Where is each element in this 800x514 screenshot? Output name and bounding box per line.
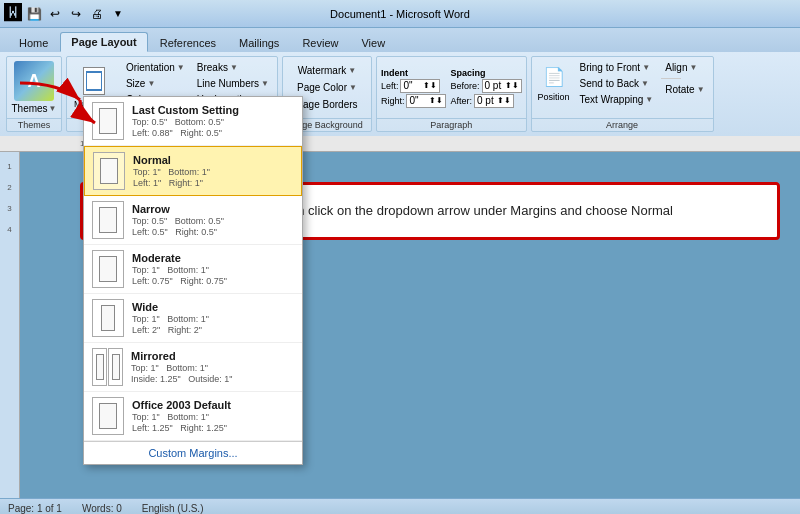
title-bar: 🆆 💾 ↩ ↪ 🖨 ▼ Document1 - Microsoft Word [0,0,800,28]
align-label: Align [665,62,687,73]
margin-item-narrow[interactable]: Narrow Top: 0.5" Bottom: 0.5" Left: 0.5"… [84,196,302,245]
ribbon-tab-bar: Home Page Layout References Mailings Rev… [0,28,800,52]
align-button[interactable]: Align ▼ [661,60,708,75]
margin-icon-narrow [92,201,124,239]
margin-item-moderate[interactable]: Moderate Top: 1" Bottom: 1" Left: 0.75" … [84,245,302,294]
orientation-button[interactable]: Orientation ▼ [122,60,189,75]
page-color-button[interactable]: Page Color ▼ [293,80,361,95]
tab-view[interactable]: View [350,33,396,52]
moderate-detail1: Top: 1" Bottom: 1" [132,265,294,275]
tab-references[interactable]: References [149,33,227,52]
send-back-button[interactable]: Send to Back ▼ [576,76,658,91]
indent-column: Indent Left: 0" ⬆⬇ Right: 0" ⬆⬇ [381,68,447,108]
breaks-arrow: ▼ [230,63,238,72]
spacing-before-label: Before: [450,81,479,91]
margin-icon-last-custom [92,102,124,140]
last-custom-detail2: Left: 0.88" Right: 0.5" [132,128,294,138]
undo-icon[interactable]: ↩ [46,5,64,23]
normal-detail1: Top: 1" Bottom: 1" [133,167,293,177]
indent-right-row: Right: 0" ⬆⬇ [381,94,447,108]
spacing-before-field[interactable]: 0 pt ⬆⬇ [482,79,522,93]
orientation-arrow: ▼ [177,63,185,72]
paragraph-group-label: Paragraph [377,118,526,131]
arrange-small-buttons: Bring to Front ▼ Send to Back ▼ Text Wra… [576,60,658,107]
themes-label: Themes [11,103,47,114]
indent-left-field[interactable]: 0" ⬆⬇ [400,79,440,93]
save-icon[interactable]: 💾 [25,5,43,23]
line-numbers-arrow: ▼ [261,79,269,88]
narrow-detail2: Left: 0.5" Right: 0.5" [132,227,294,237]
line-numbers-button[interactable]: Line Numbers ▼ [193,76,273,91]
breaks-label: Breaks [197,62,228,73]
spacing-after-label: After: [450,96,472,106]
tab-page-layout[interactable]: Page Layout [60,32,147,52]
quick-access-toolbar: 🆆 💾 ↩ ↪ 🖨 ▼ [4,5,127,23]
page-color-label: Page Color [297,82,347,93]
moderate-detail2: Left: 0.75" Right: 0.75" [132,276,294,286]
send-back-label: Send to Back [580,78,639,89]
narrow-detail1: Top: 0.5" Bottom: 0.5" [132,216,294,226]
spacing-before-row: Before: 0 pt ⬆⬇ [450,79,521,93]
more-icon[interactable]: ▼ [109,5,127,23]
position-button[interactable]: 📄 Position [536,60,572,104]
bring-front-button[interactable]: Bring to Front ▼ [576,60,658,75]
spacing-header: Spacing [450,68,521,78]
themes-button[interactable]: A [14,61,54,101]
redo-icon[interactable]: ↪ [67,5,85,23]
margin-icon-normal [93,152,125,190]
watermark-arrow: ▼ [348,66,356,75]
tab-review[interactable]: Review [291,33,349,52]
custom-margins-button[interactable]: Custom Margins... [84,441,302,464]
page-borders-label: Page Borders [296,99,357,110]
spacing-after-field[interactable]: 0 pt ⬆⬇ [474,94,514,108]
status-page: Page: 1 of 1 [8,503,62,514]
margin-item-mirrored[interactable]: Mirrored Top: 1" Bottom: 1" Inside: 1.25… [84,343,302,392]
arrange-group: 📄 Position Bring to Front ▼ Send to Back… [531,56,714,132]
line-numbers-label: Line Numbers [197,78,259,89]
margin-item-office2003[interactable]: Office 2003 Default Top: 1" Bottom: 1" L… [84,392,302,441]
left-sidebar: 1 2 3 4 [0,152,20,498]
moderate-title: Moderate [132,252,294,264]
paragraph-group: Indent Left: 0" ⬆⬇ Right: 0" ⬆⬇ [376,56,527,132]
size-label: Size [126,78,145,89]
margin-icon-office2003 [92,397,124,435]
breaks-button[interactable]: Breaks ▼ [193,60,273,75]
page-color-arrow: ▼ [349,83,357,92]
mirrored-detail1: Top: 1" Bottom: 1" [131,363,294,373]
margins-dropdown: Last Custom Setting Top: 0.5" Bottom: 0.… [83,96,303,465]
watermark-label: Watermark [298,65,347,76]
tab-home[interactable]: Home [8,33,59,52]
indent-spacing: Indent Left: 0" ⬆⬇ Right: 0" ⬆⬇ [381,68,522,108]
indent-left-row: Left: 0" ⬆⬇ [381,79,447,93]
themes-dropdown-arrow[interactable]: ▼ [49,104,57,113]
size-button[interactable]: Size ▼ [122,76,189,91]
position-label: Position [538,92,570,102]
tab-mailings[interactable]: Mailings [228,33,290,52]
rotate-button[interactable]: Rotate ▼ [661,82,708,97]
indent-header: Indent [381,68,447,78]
margin-icon-mirrored [92,348,123,386]
indent-right-field[interactable]: 0" ⬆⬇ [406,94,446,108]
themes-label-button[interactable]: Themes ▼ [11,103,56,114]
spacing-column: Spacing Before: 0 pt ⬆⬇ After: 0 pt ⬆⬇ [450,68,521,108]
rotate-label: Rotate [665,84,694,95]
last-custom-detail1: Top: 0.5" Bottom: 0.5" [132,117,294,127]
margin-item-normal[interactable]: Normal Top: 1" Bottom: 1" Left: 1" Right… [84,146,302,196]
indent-right-label: Right: [381,96,405,106]
spacing-after-row: After: 0 pt ⬆⬇ [450,94,521,108]
bring-front-label: Bring to Front [580,62,641,73]
word-logo-icon[interactable]: 🆆 [4,5,22,23]
margin-item-last-custom[interactable]: Last Custom Setting Top: 0.5" Bottom: 0.… [84,97,302,146]
orientation-label: Orientation [126,62,175,73]
print-preview-icon[interactable]: 🖨 [88,5,106,23]
watermark-button[interactable]: Watermark ▼ [294,63,360,78]
status-language: English (U.S.) [142,503,204,514]
status-bar: Page: 1 of 1 Words: 0 English (U.S.) [0,498,800,514]
mirrored-detail2: Inside: 1.25" Outside: 1" [131,374,294,384]
arrange-group-label: Arrange [532,118,713,131]
indent-left-label: Left: [381,81,399,91]
normal-detail2: Left: 1" Right: 1" [133,178,293,188]
size-arrow: ▼ [147,79,155,88]
text-wrapping-button[interactable]: Text Wrapping ▼ [576,92,658,107]
margin-item-wide[interactable]: Wide Top: 1" Bottom: 1" Left: 2" Right: … [84,294,302,343]
